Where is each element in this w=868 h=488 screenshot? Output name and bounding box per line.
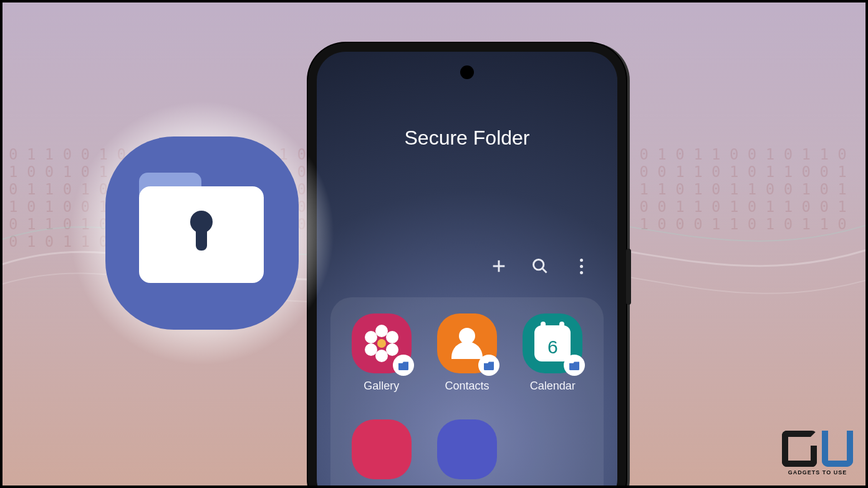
calendar-icon: 6 <box>523 313 582 373</box>
phone-screen: Secure Folder <box>317 52 617 488</box>
contacts-icon <box>437 313 497 373</box>
app-icon <box>352 419 412 479</box>
svg-point-0 <box>534 260 544 270</box>
phone-frame: Secure Folder <box>308 43 626 488</box>
app-label: Calendar <box>530 380 576 393</box>
calendar-day: 6 <box>547 337 558 358</box>
app-unknown-1[interactable] <box>342 419 421 488</box>
app-icon <box>437 419 497 479</box>
screen-title: Secure Folder <box>317 127 617 150</box>
brand-tagline: GADGETS TO USE <box>788 469 847 476</box>
more-icon[interactable] <box>572 257 590 275</box>
app-contacts[interactable]: Contacts <box>427 313 506 413</box>
app-gallery[interactable]: Gallery <box>342 313 421 413</box>
secure-badge-icon <box>393 355 414 376</box>
app-panel: Gallery Contacts 6 <box>330 297 604 488</box>
search-icon[interactable] <box>531 257 549 275</box>
secure-badge-icon <box>478 355 499 376</box>
app-calendar[interactable]: 6 Calendar <box>513 313 592 413</box>
toolbar <box>490 257 590 275</box>
app-label: Contacts <box>445 380 489 393</box>
folder-lock-icon <box>139 186 264 283</box>
feature-image: 0 1 1 0 0 1 0 1 0 0 1 0 1 1 0 1 0 0 0 1 … <box>0 0 868 488</box>
add-icon[interactable] <box>490 257 508 275</box>
brand-logo: GADGETS TO USE <box>782 431 853 476</box>
app-unknown-2[interactable] <box>427 419 506 488</box>
secure-folder-app-icon <box>65 96 339 370</box>
keyhole-icon <box>190 211 213 251</box>
camera-notch <box>460 65 474 79</box>
gu-logo-icon <box>782 431 853 467</box>
app-unknown-3[interactable] <box>513 419 592 488</box>
app-label: Gallery <box>364 380 399 393</box>
power-button <box>626 249 631 305</box>
gallery-icon <box>352 313 412 373</box>
secure-badge-icon <box>564 355 585 376</box>
